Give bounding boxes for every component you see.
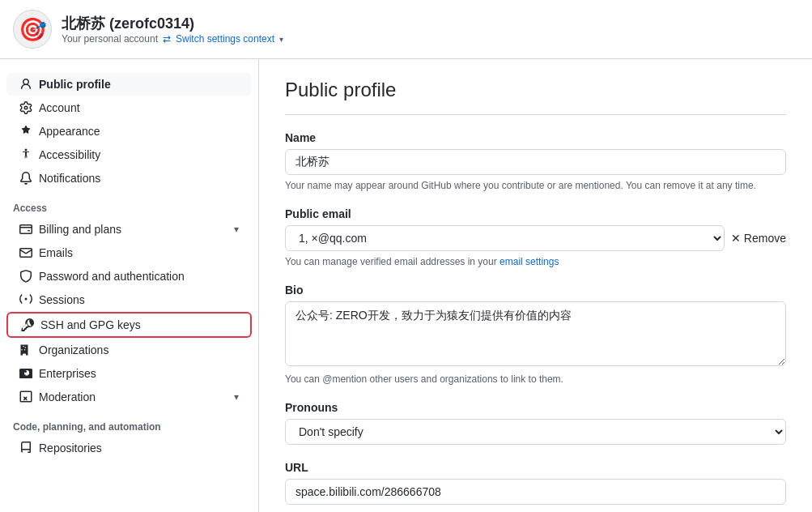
sidebar-item-account[interactable]: Account	[6, 96, 252, 119]
layout: Public profile Account Appearance	[0, 59, 812, 512]
account-type-text: Your personal account	[62, 33, 158, 45]
email-hint-text: You can manage verified email addresses …	[285, 256, 497, 267]
sidebar-item-label: SSH and GPG keys	[40, 318, 141, 331]
remove-label: Remove	[744, 232, 786, 245]
mail-icon	[19, 246, 32, 259]
sidebar-item-billing[interactable]: Billing and plans ▾	[6, 218, 252, 241]
url-label: URL	[285, 461, 786, 474]
bio-input[interactable]: 公众号: ZERO开发，致力于为猿友们提供有价值的内容	[285, 301, 786, 366]
sidebar-item-label: Repositories	[39, 442, 102, 454]
sidebar-item-emails[interactable]: Emails	[6, 241, 252, 264]
pronouns-label: Pronouns	[285, 401, 786, 414]
sidebar-item-label: Billing and plans	[39, 223, 121, 236]
bio-label: Bio	[285, 284, 786, 297]
email-select[interactable]: 1, ×@qq.com	[285, 225, 725, 251]
user-info: 北桥苏 (zerofc0314) Your personal account ⇄…	[62, 14, 283, 45]
repo-icon	[19, 442, 32, 454]
shield-icon	[19, 270, 32, 283]
moderation-icon	[19, 390, 32, 403]
person-icon	[19, 78, 32, 91]
code-section-label: Code, planning, and automation	[0, 415, 258, 436]
page-title: Public profile	[285, 79, 786, 115]
sidebar-item-appearance[interactable]: Appearance	[6, 120, 252, 143]
sidebar-item-repositories[interactable]: Repositories	[6, 437, 252, 459]
email-label: Public email	[285, 207, 786, 220]
name-hint: Your name may appear around GitHub where…	[285, 180, 786, 191]
chevron-down-icon: ▾	[234, 391, 239, 403]
sidebar: Public profile Account Appearance	[0, 59, 259, 512]
sidebar-item-organizations[interactable]: Organizations	[6, 339, 252, 361]
sidebar-item-label: Notifications	[39, 172, 100, 185]
name-label: Name	[285, 131, 786, 144]
broadcast-icon	[19, 293, 32, 306]
sidebar-item-label: Sessions	[39, 293, 85, 306]
email-settings-link[interactable]: email settings	[500, 256, 559, 267]
org-icon	[19, 343, 32, 356]
sidebar-item-label: Enterprises	[39, 367, 96, 380]
chevron-down-icon: ▾	[234, 224, 239, 235]
sidebar-item-label: Public profile	[39, 78, 111, 91]
sidebar-item-sessions[interactable]: Sessions	[6, 288, 252, 311]
account-type-row: Your personal account ⇄ Switch settings …	[62, 33, 283, 45]
header: 🎯 北桥苏 (zerofc0314) Your personal account…	[0, 0, 812, 59]
sidebar-item-label: Account	[39, 101, 80, 114]
email-group: Public email 1, ×@qq.com ✕ Remove You ca…	[285, 207, 786, 267]
sidebar-item-label: Organizations	[39, 343, 108, 356]
access-section-label: Access	[0, 196, 258, 217]
url-input[interactable]	[285, 479, 786, 505]
email-hint: You can manage verified email addresses …	[285, 256, 786, 267]
credit-card-icon	[19, 223, 32, 236]
switch-link[interactable]: Switch settings context	[176, 33, 274, 45]
pronouns-group: Pronouns Don't specify they/them she/her…	[285, 401, 786, 445]
x-icon: ✕	[731, 232, 741, 245]
avatar: 🎯	[13, 10, 52, 49]
sidebar-item-moderation[interactable]: Moderation ▾	[6, 386, 252, 408]
main-content: Public profile Name Your name may appear…	[259, 59, 812, 512]
name-group: Name Your name may appear around GitHub …	[285, 131, 786, 191]
dropdown-icon: ▾	[279, 35, 283, 44]
email-row: 1, ×@qq.com ✕ Remove	[285, 225, 786, 251]
pronouns-select[interactable]: Don't specify they/them she/her he/him C…	[285, 419, 786, 445]
bell-icon	[19, 172, 32, 185]
sidebar-item-label: Accessibility	[39, 148, 100, 161]
sidebar-item-notifications[interactable]: Notifications	[6, 167, 252, 190]
bio-hint: You can @mention other users and organiz…	[285, 373, 786, 385]
enterprise-icon	[19, 367, 32, 380]
gear-icon	[19, 101, 32, 114]
sidebar-item-ssh-gpg[interactable]: SSH and GPG keys	[6, 312, 252, 338]
sidebar-item-label: Appearance	[39, 125, 100, 138]
name-input[interactable]	[285, 149, 786, 175]
sidebar-item-accessibility[interactable]: Accessibility	[6, 143, 252, 166]
remove-button[interactable]: ✕ Remove	[731, 232, 786, 245]
key-icon	[21, 318, 34, 331]
switch-icon: ⇄	[163, 33, 171, 45]
url-group: URL	[285, 461, 786, 505]
sidebar-item-label: Moderation	[39, 390, 96, 403]
accessibility-icon	[19, 148, 32, 161]
paintbrush-icon	[19, 125, 32, 138]
sidebar-item-public-profile[interactable]: Public profile	[6, 73, 252, 96]
bio-group: Bio 公众号: ZERO开发，致力于为猿友们提供有价值的内容 You can …	[285, 284, 786, 385]
sidebar-item-password[interactable]: Password and authentication	[6, 265, 252, 288]
sidebar-item-label: Emails	[39, 246, 73, 259]
username: 北桥苏 (zerofc0314)	[62, 14, 283, 33]
sidebar-item-enterprises[interactable]: Enterprises	[6, 362, 252, 385]
sidebar-item-label: Password and authentication	[39, 270, 185, 283]
